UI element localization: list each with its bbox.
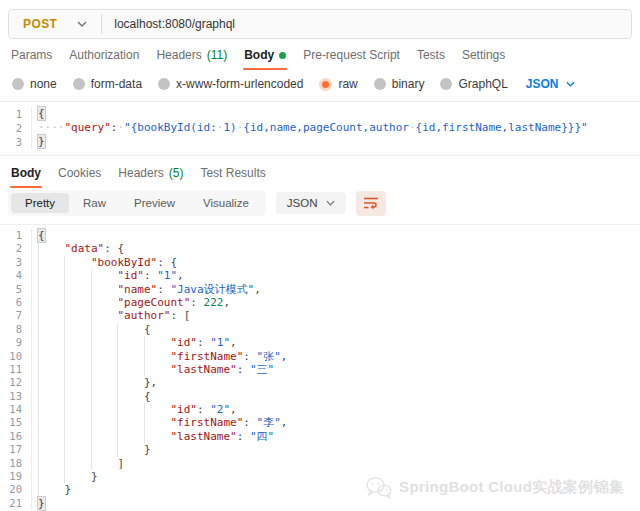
method-selector[interactable]: POST bbox=[9, 10, 101, 38]
postman-request-view: POST Params Authorization Headers bbox=[0, 0, 640, 511]
response-body-viewer[interactable]: 1{2"data": {3"bookById": {4"id": "1",5"n… bbox=[0, 224, 640, 511]
indent-guide bbox=[91, 430, 117, 443]
body-mode-option[interactable]: form-data bbox=[73, 77, 142, 91]
code-token: · bbox=[409, 121, 416, 134]
tab-label: Authorization bbox=[69, 48, 139, 62]
tab-label: Body bbox=[11, 166, 41, 180]
line-number: 11 bbox=[0, 363, 32, 376]
line-number: 9 bbox=[0, 336, 32, 349]
body-language-select[interactable]: JSON bbox=[526, 77, 575, 91]
line-number: 5 bbox=[0, 283, 32, 296]
mode-label: raw bbox=[338, 77, 357, 91]
view-mode-switch: Pretty Raw Preview Visualize bbox=[8, 190, 266, 216]
code-line: 2····"query":·"{bookById(id:·1)·{id,name… bbox=[0, 121, 640, 135]
language-label: JSON bbox=[526, 77, 559, 91]
code-line: 3} bbox=[0, 135, 640, 149]
code-text: ····"query":·"{bookById(id:·1)·{id,name,… bbox=[32, 121, 588, 135]
line-number: 20 bbox=[0, 483, 32, 496]
line-number: 1 bbox=[0, 107, 32, 121]
code-line: 6"pageCount": 222, bbox=[0, 296, 640, 309]
request-tab[interactable]: Pre-request Script bbox=[302, 44, 401, 70]
indent-guide bbox=[91, 350, 117, 363]
request-tab[interactable]: Body bbox=[243, 44, 287, 70]
line-number: 13 bbox=[0, 390, 32, 403]
view-mode-option[interactable]: Raw bbox=[69, 193, 120, 213]
tab-label: Body bbox=[244, 48, 274, 62]
body-mode-option[interactable]: binary bbox=[374, 77, 425, 91]
indent-guide bbox=[144, 350, 170, 363]
code-text: } bbox=[32, 135, 45, 149]
view-mode-option[interactable]: Preview bbox=[120, 193, 189, 213]
line-number: 14 bbox=[0, 403, 32, 416]
response-tab[interactable]: Test Results bbox=[199, 162, 266, 188]
body-mode-option[interactable]: x-www-form-urlencoded bbox=[158, 77, 303, 91]
code-text: } bbox=[32, 443, 151, 456]
indent-guide bbox=[117, 336, 143, 349]
line-number: 16 bbox=[0, 430, 32, 443]
code-token: }, bbox=[144, 376, 157, 389]
code-token: : bbox=[237, 430, 250, 443]
indent-guide bbox=[38, 363, 64, 376]
response-tab[interactable]: Body bbox=[10, 162, 42, 188]
indent-guide bbox=[91, 336, 117, 349]
code-text: "bookById": { bbox=[32, 256, 177, 269]
code-line: 1{ bbox=[0, 107, 640, 121]
view-mode-option[interactable]: Pretty bbox=[11, 193, 69, 213]
body-mode-option[interactable]: none bbox=[12, 77, 57, 91]
tab-label: Headers bbox=[156, 48, 201, 62]
url-row: POST bbox=[0, 0, 640, 46]
line-number: 2 bbox=[0, 121, 32, 135]
code-line: 18] bbox=[0, 457, 640, 470]
code-text: "name": "Java设计模式", bbox=[32, 283, 261, 296]
response-tab[interactable]: Headers (5) bbox=[117, 162, 184, 188]
code-token: : bbox=[144, 269, 157, 282]
code-line: 4"id": "1", bbox=[0, 269, 640, 282]
radio-icon bbox=[12, 78, 24, 90]
view-mode-option[interactable]: Visualize bbox=[189, 193, 263, 213]
response-tab[interactable]: Cookies bbox=[57, 162, 102, 188]
url-input[interactable] bbox=[102, 17, 631, 31]
code-token: : bbox=[197, 336, 210, 349]
request-body-editor[interactable]: 1{2····"query":·"{bookById(id:·1)·{id,na… bbox=[0, 101, 640, 156]
indent-guide bbox=[38, 457, 64, 470]
indent-guide bbox=[117, 350, 143, 363]
body-mode-option[interactable]: GraphQL bbox=[440, 77, 507, 91]
request-tab[interactable]: Params bbox=[10, 44, 53, 70]
request-tab[interactable]: Headers (11) bbox=[155, 44, 228, 70]
indent-guide bbox=[91, 363, 117, 376]
code-text: "lastName": "四" bbox=[32, 430, 274, 443]
indent-guide bbox=[38, 390, 64, 403]
code-text: }, bbox=[32, 376, 157, 389]
view-mode-label: Visualize bbox=[203, 197, 249, 209]
code-token: "id" bbox=[117, 269, 144, 282]
wrap-lines-button[interactable] bbox=[356, 191, 386, 216]
view-mode-label: Pretty bbox=[25, 197, 55, 209]
code-line: 11"lastName": "三" bbox=[0, 363, 640, 376]
code-line: 20} bbox=[0, 483, 640, 496]
code-token: : { bbox=[104, 242, 124, 255]
code-token: "四" bbox=[250, 430, 274, 443]
code-token: "firstName" bbox=[170, 350, 243, 363]
code-text: "id": "1", bbox=[32, 269, 184, 282]
code-token: } bbox=[38, 135, 45, 148]
line-number: 3 bbox=[0, 135, 32, 149]
indent-guide bbox=[38, 483, 64, 496]
request-tab[interactable]: Tests bbox=[416, 44, 446, 70]
request-tab[interactable]: Settings bbox=[461, 44, 506, 70]
line-number: 21 bbox=[0, 497, 32, 510]
indent-guide bbox=[91, 269, 117, 282]
code-text: } bbox=[32, 483, 71, 496]
indent-guide bbox=[91, 403, 117, 416]
code-line: 15"firstName": "李", bbox=[0, 416, 640, 429]
code-text: "id": "1", bbox=[32, 336, 237, 349]
request-tab[interactable]: Authorization bbox=[68, 44, 140, 70]
code-token: } bbox=[64, 483, 71, 496]
indent-guide bbox=[38, 256, 64, 269]
line-number: 1 bbox=[0, 229, 32, 242]
body-mode-option[interactable]: raw bbox=[319, 77, 357, 91]
indent-guide bbox=[144, 363, 170, 376]
response-language-select[interactable]: JSON bbox=[276, 192, 347, 214]
code-token: "三" bbox=[250, 363, 274, 376]
indent-guide bbox=[38, 242, 64, 255]
indent-guide bbox=[64, 416, 90, 429]
